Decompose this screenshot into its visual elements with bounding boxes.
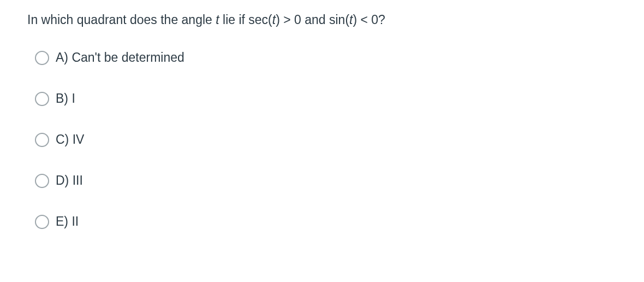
question-mid2: ) > 0 and sin( bbox=[276, 13, 349, 27]
option-c-label: C) IV bbox=[56, 132, 84, 147]
option-a[interactable]: A) Can't be determined bbox=[35, 50, 617, 65]
option-e[interactable]: E) II bbox=[35, 214, 617, 229]
option-a-label: A) Can't be determined bbox=[56, 50, 184, 65]
radio-b[interactable] bbox=[35, 92, 49, 106]
question-mid1: lie if sec( bbox=[219, 13, 272, 27]
radio-e[interactable] bbox=[35, 215, 49, 229]
options-list: A) Can't be determined B) I C) IV D) III… bbox=[27, 50, 617, 229]
option-c[interactable]: C) IV bbox=[35, 132, 617, 147]
radio-a[interactable] bbox=[35, 51, 49, 65]
question-text: In which quadrant does the angle t lie i… bbox=[27, 11, 617, 28]
option-b[interactable]: B) I bbox=[35, 91, 617, 106]
radio-c[interactable] bbox=[35, 133, 49, 147]
question-prefix: In which quadrant does the angle bbox=[27, 13, 216, 27]
radio-d[interactable] bbox=[35, 174, 49, 188]
option-e-label: E) II bbox=[56, 214, 79, 229]
option-d-label: D) III bbox=[56, 173, 83, 188]
option-b-label: B) I bbox=[56, 91, 75, 106]
option-d[interactable]: D) III bbox=[35, 173, 617, 188]
question-suffix: ) < 0? bbox=[353, 13, 385, 27]
